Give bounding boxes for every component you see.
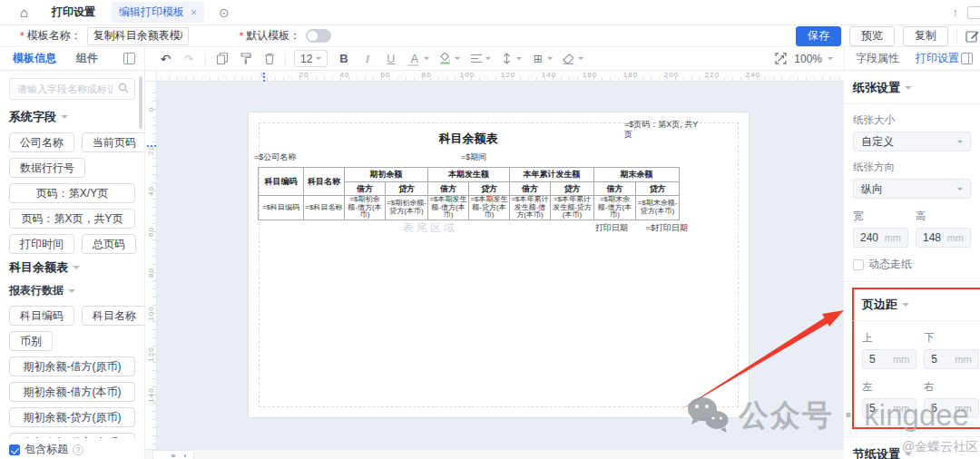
margin-bottom-value[interactable] — [931, 353, 955, 366]
preview-button[interactable]: 预览 — [849, 26, 895, 46]
field-chip-opening-credit-orig[interactable]: 期初余额-贷方(原币) — [9, 407, 135, 427]
table-subheader-cell[interactable]: 贷方 — [386, 182, 428, 196]
margin-left-input[interactable]: mm — [862, 398, 916, 418]
tab-print-settings[interactable]: 打印设置 — [52, 5, 95, 20]
table-data-cell[interactable]: =$期末余额-借方(本币) — [594, 196, 636, 220]
company-name-field[interactable]: =$公司名称 — [254, 151, 296, 163]
section-system-fields[interactable]: 系统字段 — [9, 109, 135, 125]
table-data-cell[interactable]: =$本期发生额-贷方(本币) — [469, 196, 510, 220]
close-icon[interactable]: × — [191, 6, 197, 19]
tab-components[interactable]: 组件 — [76, 51, 98, 66]
table-header-cell[interactable]: 科目名称 — [304, 168, 345, 196]
align-control[interactable] — [468, 51, 491, 66]
sidebar-scrollbar[interactable] — [139, 76, 142, 129]
edit-external-icon[interactable] — [965, 29, 980, 44]
paper-size-select[interactable]: 自定义 — [853, 132, 971, 151]
undo-icon[interactable]: ↶ — [158, 51, 173, 66]
search-input[interactable] — [9, 78, 135, 100]
field-chip-opening-debit-local[interactable]: 期初余额-借方(本币) — [9, 382, 135, 402]
default-template-toggle[interactable] — [306, 29, 331, 43]
home-icon[interactable]: ⌂ — [20, 5, 28, 20]
section-subject-balance[interactable]: 科目余额表 — [9, 259, 135, 276]
fit-screen-icon[interactable] — [773, 51, 789, 66]
tab-print-settings-panel[interactable]: 打印设置 — [916, 51, 959, 66]
table-data-cell[interactable]: =$本期发生额-借方(本币) — [428, 196, 469, 220]
tab-field-properties[interactable]: 字段属性 — [856, 51, 899, 66]
format-painter-icon[interactable] — [238, 51, 253, 66]
field-chip-subject-code[interactable]: 科目编码 — [9, 306, 74, 326]
page-number-field[interactable]: =$页码：第X页, 共Y页 — [624, 120, 699, 140]
vertical-align-control[interactable] — [499, 51, 522, 66]
table-header-cell[interactable]: 科目编码 — [259, 168, 304, 196]
help-icon[interactable]: ? — [73, 444, 83, 455]
margin-right-input[interactable]: mm — [924, 398, 978, 418]
font-color-icon[interactable]: A — [407, 51, 422, 66]
copy-button[interactable]: 复制 — [903, 26, 948, 46]
report-table[interactable]: 科目编码 科目名称 期初余额 本期发生额 本年累计发生额 期末余额 借方 贷方 … — [258, 167, 680, 220]
field-chip-page-x-total-y[interactable]: 页码：第X页，共Y页 — [9, 209, 135, 229]
table-subheader-cell[interactable]: 借方 — [594, 182, 636, 196]
template-page[interactable]: 科目余额表 =$页码：第X页, 共Y页 =$公司名称 =$期间 科目编码 科目名… — [248, 112, 750, 418]
print-date-field[interactable]: =$打印日期 — [646, 222, 688, 234]
paper-width-value[interactable] — [860, 231, 884, 244]
table-subheader-cell[interactable]: 借方 — [510, 182, 551, 196]
clock-icon[interactable] — [967, 6, 980, 19]
table-data-cell[interactable]: =$本年累计发生额-借方(本币) — [510, 196, 551, 220]
report-title[interactable]: 科目余额表 — [258, 131, 679, 147]
margin-right-value[interactable] — [931, 402, 955, 415]
design-canvas[interactable]: 0 20 40 60 80 100 120 140 160 180 200 22… — [145, 71, 844, 459]
collapse-right-panel-icon[interactable] — [961, 53, 973, 64]
tab-template-info[interactable]: 模板信息 — [13, 51, 56, 66]
fill-color-icon[interactable] — [437, 51, 453, 66]
copy-icon[interactable] — [214, 51, 230, 66]
zoom-level[interactable]: 100% — [794, 53, 822, 65]
section-paper-saving[interactable]: 节纸设置 — [853, 446, 971, 459]
margin-left-value[interactable] — [869, 402, 893, 415]
align-icon[interactable] — [468, 51, 484, 66]
field-chip-print-time[interactable]: 打印时间 — [9, 234, 74, 254]
field-chip-page-xy[interactable]: 页码：第X/Y页 — [9, 183, 135, 203]
table-data-cell[interactable]: =$期初余额-借方(本币) — [345, 196, 386, 220]
border-grid-icon[interactable]: ⊞ — [530, 51, 545, 66]
collapse-left-panel-icon[interactable] — [123, 53, 135, 64]
font-color-control[interactable]: A — [407, 51, 429, 66]
table-subheader-cell[interactable]: 借方 — [428, 182, 469, 196]
border-control[interactable]: ⊞ — [530, 51, 553, 66]
italic-icon[interactable]: I — [359, 51, 375, 66]
section-margins[interactable]: 页边距 — [862, 297, 971, 313]
paper-height-value[interactable] — [923, 231, 946, 244]
table-header-group[interactable]: 本期发生额 — [428, 168, 510, 182]
field-chip-total-pages[interactable]: 总页码 — [82, 234, 136, 254]
field-chip-currency[interactable]: 币别 — [9, 331, 53, 351]
table-subheader-cell[interactable]: 借方 — [345, 182, 386, 196]
section-report-row-data[interactable]: 报表行数据 — [9, 283, 135, 298]
print-date-row[interactable]: 打印日期 =$打印日期 — [595, 222, 688, 234]
zoom-caret-icon[interactable] — [828, 57, 833, 63]
table-subheader-cell[interactable]: 贷方 — [551, 182, 594, 196]
section-paper-settings[interactable]: 纸张设置 — [853, 80, 971, 96]
field-chip-opening-debit-orig[interactable]: 期初余额-借方(原币) — [9, 356, 135, 376]
dynamic-feed-checkbox[interactable] — [853, 259, 864, 270]
eraser-icon[interactable] — [561, 51, 576, 66]
field-chip-row-number[interactable]: 数据行行号 — [9, 158, 85, 178]
table-data-cell[interactable]: =$科目名称 — [304, 196, 345, 220]
table-data-cell[interactable]: =$期末余额-贷方(本币) — [636, 196, 680, 220]
table-subheader-cell[interactable]: 贷方 — [469, 182, 510, 196]
paper-orientation-select[interactable]: 纵向 — [853, 179, 971, 199]
delete-icon[interactable] — [261, 51, 277, 66]
margin-top-value[interactable] — [869, 353, 893, 366]
more-tabs-icon[interactable]: ⊙ — [219, 5, 230, 20]
underline-icon[interactable]: U — [383, 51, 398, 66]
margin-bottom-input[interactable]: mm — [924, 349, 978, 369]
table-header-group[interactable]: 本年累计发生额 — [510, 168, 594, 182]
margin-top-input[interactable]: mm — [862, 349, 916, 369]
table-subheader-cell[interactable]: 贷方 — [636, 182, 680, 196]
field-chip-company[interactable]: 公司名称 — [9, 132, 74, 152]
tab-edit-template[interactable]: 编辑打印模板 × — [112, 2, 204, 23]
font-size-select[interactable]: 12 — [294, 50, 328, 67]
field-chip-current-page[interactable]: 当前页码 — [82, 132, 145, 152]
redo-icon[interactable]: ↷ — [181, 51, 197, 66]
sheet-tab[interactable] — [152, 450, 194, 459]
table-data-cell[interactable]: =$期初余额-贷方(本币) — [386, 196, 428, 220]
period-field[interactable]: =$期间 — [461, 151, 486, 163]
